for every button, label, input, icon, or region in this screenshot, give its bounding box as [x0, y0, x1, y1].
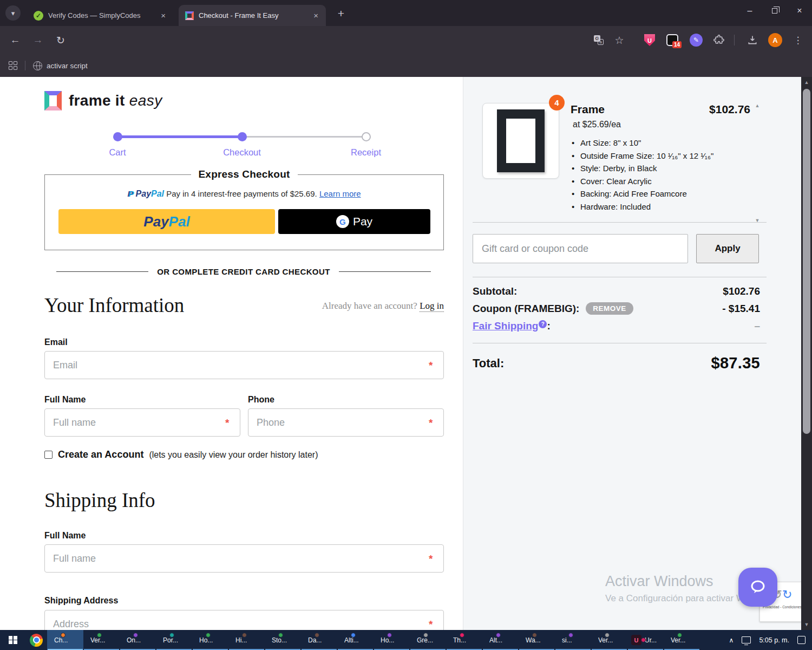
- apps-grid-icon[interactable]: [9, 61, 17, 70]
- ublock-extension-button[interactable]: U: [642, 32, 657, 48]
- product-thumbnail-card: [482, 103, 559, 179]
- taskbar-window-button[interactable]: On...: [120, 630, 156, 650]
- translate-button[interactable]: Ga: [591, 32, 606, 48]
- google-pay-button[interactable]: G Pay: [278, 209, 430, 234]
- profile-badge: [568, 633, 573, 638]
- scrollbar-thumb[interactable]: [803, 89, 810, 434]
- gpay-label: Pay: [353, 215, 372, 228]
- product-spec-item: Hardware: Included: [571, 200, 750, 213]
- taskbar-window-button[interactable]: Ho...: [192, 630, 228, 650]
- restore-button[interactable]: [762, 0, 787, 22]
- minimize-button[interactable]: –: [737, 0, 762, 22]
- simplycodes-extension-icon: ✎: [690, 34, 703, 47]
- learn-more-link[interactable]: Learn more: [319, 189, 361, 198]
- pinned-chrome-button[interactable]: [25, 630, 47, 650]
- taskbar-window-button[interactable]: Alt...: [482, 630, 519, 650]
- apply-coupon-button[interactable]: Apply: [696, 234, 759, 263]
- step-label-checkout[interactable]: Checkout: [209, 147, 274, 158]
- phone-field[interactable]: [248, 408, 444, 437]
- phone-label: Phone: [248, 395, 274, 405]
- back-button[interactable]: ←: [8, 32, 23, 48]
- email-field[interactable]: [44, 351, 444, 379]
- tray-chevron-icon[interactable]: ∧: [729, 636, 734, 644]
- full-name-field[interactable]: [44, 408, 240, 437]
- taskbar-window-button[interactable]: si...: [555, 630, 591, 650]
- reload-button[interactable]: ↻: [53, 32, 68, 48]
- taskbar-window-label: Da...: [308, 636, 322, 644]
- taskbar-window-label: Por...: [163, 636, 178, 644]
- taskbar-window-label: Hi...: [235, 636, 247, 644]
- windows-logo-icon: [9, 636, 17, 644]
- chat-widget-button[interactable]: [738, 568, 777, 607]
- product-list-scrollbar[interactable]: ▲ ▼: [754, 103, 761, 223]
- required-asterisk: *: [429, 360, 433, 372]
- taskbar-window-button[interactable]: Da...: [301, 630, 337, 650]
- remove-coupon-button[interactable]: REMOVE: [586, 302, 633, 315]
- simplycodes-extension-button[interactable]: ✎: [689, 32, 704, 48]
- bookmarks-bar: activar script: [0, 54, 812, 77]
- taskbar-window-button[interactable]: Th...: [446, 630, 482, 650]
- site-logo[interactable]: frame it easy: [44, 91, 162, 110]
- network-icon[interactable]: [742, 636, 751, 644]
- taskbar-window-button[interactable]: Gre...: [410, 630, 446, 650]
- new-tab-button[interactable]: +: [333, 6, 349, 21]
- tab-title: Checkout - Frame It Easy: [199, 11, 307, 20]
- scroll-up-icon[interactable]: ▲: [801, 80, 812, 85]
- taskbar-window-label: Alt...: [489, 636, 502, 644]
- extensions-menu-button[interactable]: [711, 32, 726, 48]
- checkout-main-column: frame it easy Cart Checkout Receipt Expr…: [0, 77, 463, 630]
- order-summary-sidebar: 4 Frame $102.76 at $25.69/ea Art Size: 8…: [463, 77, 801, 630]
- taskbar-window-button[interactable]: Hi...: [228, 630, 265, 650]
- close-button[interactable]: ×: [787, 0, 812, 22]
- create-account-row: Create an Account (lets you easily view …: [44, 449, 318, 460]
- extension-with-badge-button[interactable]: 14: [665, 32, 680, 48]
- downloads-button[interactable]: [745, 32, 760, 48]
- tab-simplycodes[interactable]: ✓ Verify Codes — SimplyCodes ×: [27, 5, 173, 26]
- taskbar-window-button[interactable]: Ver...: [83, 630, 120, 650]
- profile-badge: [423, 633, 428, 638]
- taskbar-window-button[interactable]: Ver...: [591, 630, 627, 650]
- google-g-icon: G: [336, 215, 349, 228]
- taskbar-window-button[interactable]: Ch...: [47, 630, 83, 650]
- taskbar-window-button[interactable]: Ver...: [664, 630, 700, 650]
- bookmark-star-button[interactable]: ☆: [612, 32, 627, 48]
- taskbar-window-button[interactable]: Wa...: [519, 630, 555, 650]
- shipping-address-field[interactable]: [44, 610, 444, 630]
- shield-icon: U: [644, 34, 655, 46]
- scroll-up-icon[interactable]: ▲: [754, 103, 761, 108]
- windows-taskbar: Ch... Ver... On... Por...: [0, 630, 812, 650]
- fair-shipping-link[interactable]: Fair Shipping: [473, 320, 538, 332]
- page-viewport: frame it easy Cart Checkout Receipt Expr…: [0, 77, 812, 630]
- summary-divider: [473, 343, 767, 343]
- create-account-checkbox[interactable]: [44, 451, 53, 459]
- taskbar-window-button[interactable]: Sto...: [265, 630, 301, 650]
- help-question-icon[interactable]: ?: [539, 320, 547, 328]
- scroll-down-icon[interactable]: ▼: [801, 622, 812, 627]
- taskbar-window-button[interactable]: Ho...: [374, 630, 410, 650]
- forward-button[interactable]: →: [30, 32, 45, 48]
- start-button[interactable]: [0, 630, 25, 650]
- page-scrollbar[interactable]: ▲ ▼: [801, 77, 812, 630]
- star-icon: ☆: [614, 34, 624, 47]
- notification-center-icon[interactable]: [797, 636, 806, 644]
- tab-checkout-active[interactable]: Checkout - Frame It Easy ×: [179, 5, 326, 26]
- tab-search-button[interactable]: ▾: [5, 5, 21, 21]
- profile-button[interactable]: A: [768, 32, 783, 48]
- taskbar-window-button[interactable]: Alti...: [337, 630, 374, 650]
- taskbar-window-label: On...: [127, 636, 141, 644]
- taskbar-window-button[interactable]: U Ur...: [627, 630, 664, 650]
- taskbar-window-button[interactable]: Por...: [156, 630, 192, 650]
- shipping-full-name-field[interactable]: [44, 544, 444, 573]
- taskbar-window-label: si...: [562, 636, 572, 644]
- login-link[interactable]: Log in: [420, 301, 444, 312]
- paypal-button[interactable]: PayPal: [58, 209, 275, 234]
- or-divider: OR COMPLETE CREDIT CARD CHECKOUT: [56, 267, 431, 276]
- browser-menu-button[interactable]: ⋮: [790, 32, 806, 48]
- tab-close-icon[interactable]: ×: [160, 11, 167, 20]
- step-label-cart[interactable]: Cart: [85, 147, 150, 158]
- coupon-value: - $15.41: [722, 303, 760, 315]
- bookmark-activar-script[interactable]: activar script: [33, 61, 88, 70]
- gift-card-input[interactable]: [473, 234, 688, 263]
- clock[interactable]: 5:05 p. m.: [759, 636, 789, 644]
- tab-close-icon[interactable]: ×: [312, 11, 319, 20]
